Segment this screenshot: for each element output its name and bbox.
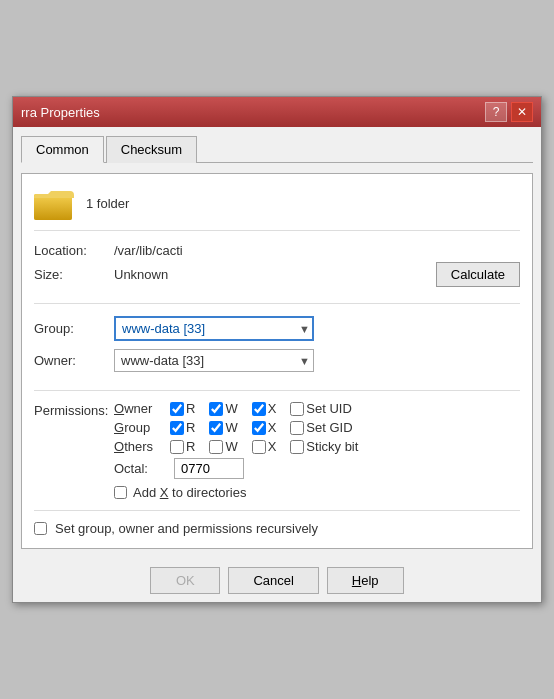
permissions-container: Permissions: Owner R W [34, 401, 520, 500]
tab-checksum[interactable]: Checksum [106, 136, 197, 163]
octal-row: Octal: [114, 458, 520, 479]
group-x-checkbox[interactable] [252, 421, 266, 435]
others-w-label: W [225, 439, 237, 454]
owner-select[interactable]: www-data [33] [114, 349, 314, 372]
properties-window: rra Properties ? ✕ Common Checksum [12, 96, 542, 603]
set-gid-label: Set GID [306, 420, 352, 435]
set-gid-checkbox[interactable] [290, 421, 304, 435]
title-bar-left: rra Properties [21, 105, 100, 120]
window-title: rra Properties [21, 105, 100, 120]
set-uid-checkbox[interactable] [290, 402, 304, 416]
others-x-label: X [268, 439, 277, 454]
others-r-label: R [186, 439, 195, 454]
group-select-wrapper: www-data [33] ▼ [114, 316, 314, 341]
group-r-label: R [186, 420, 195, 435]
set-uid-group: Set UID [290, 401, 358, 416]
owner-w-label: W [225, 401, 237, 416]
owner-r-group: R [170, 401, 201, 416]
group-w-group: W [209, 420, 243, 435]
group-x-group: X [252, 420, 283, 435]
group-label: Group: [34, 321, 114, 336]
set-gid-group: Set GID [290, 420, 358, 435]
addx-row: Add X to directories [114, 485, 520, 500]
group-w-checkbox[interactable] [209, 421, 223, 435]
owner-select-wrapper: www-data [33] ▼ [114, 349, 314, 372]
sticky-bit-checkbox[interactable] [290, 440, 304, 454]
title-bar: rra Properties ? ✕ [13, 97, 541, 127]
others-perm-row: Others R W X [114, 439, 520, 454]
ok-button[interactable]: OK [150, 567, 220, 594]
close-button[interactable]: ✕ [511, 102, 533, 122]
size-label: Size: [34, 267, 114, 282]
sticky-bit-group: Sticky bit [290, 439, 364, 454]
others-x-checkbox[interactable] [252, 440, 266, 454]
info-section: Location: /var/lib/cacti Size: Unknown C… [34, 243, 520, 304]
location-value: /var/lib/cacti [114, 243, 520, 258]
recursive-checkbox[interactable] [34, 522, 47, 535]
owner-row: Owner: www-data [33] ▼ [34, 349, 520, 372]
addx-label: Add X to directories [133, 485, 246, 500]
cancel-button[interactable]: Cancel [228, 567, 318, 594]
tab-common[interactable]: Common [21, 136, 104, 163]
owner-x-checkbox[interactable] [252, 402, 266, 416]
location-row: Location: /var/lib/cacti [34, 243, 520, 258]
common-panel: 1 folder Location: /var/lib/cacti Size: … [21, 173, 533, 549]
group-select[interactable]: www-data [33] [114, 316, 314, 341]
group-w-label: W [225, 420, 237, 435]
owner-w-group: W [209, 401, 243, 416]
group-row: Group: www-data [33] ▼ [34, 316, 520, 341]
others-r-group: R [170, 439, 201, 454]
size-row: Size: Unknown Calculate [34, 262, 520, 287]
size-value: Unknown [114, 267, 436, 282]
button-bar: OK Cancel Help [13, 557, 541, 602]
group-perm-name: Group [114, 420, 166, 435]
owner-perm-row: Owner R W X [114, 401, 520, 416]
group-perm-row: Group R W X [114, 420, 520, 435]
group-r-group: R [170, 420, 201, 435]
form-section: Group: www-data [33] ▼ Owner: www-data [… [34, 316, 520, 391]
perm-rows: Owner R W X [114, 401, 520, 500]
others-w-group: W [209, 439, 243, 454]
owner-w-checkbox[interactable] [209, 402, 223, 416]
owner-label: Owner: [34, 353, 114, 368]
folder-count: 1 folder [86, 196, 129, 211]
owner-x-group: X [252, 401, 283, 416]
help-icon-button[interactable]: ? [485, 102, 507, 122]
help-button[interactable]: Help [327, 567, 404, 594]
title-bar-buttons: ? ✕ [485, 102, 533, 122]
group-x-label: X [268, 420, 277, 435]
others-x-group: X [252, 439, 283, 454]
recursive-section: Set group, owner and permissions recursi… [34, 510, 520, 536]
others-w-checkbox[interactable] [209, 440, 223, 454]
owner-r-checkbox[interactable] [170, 402, 184, 416]
folder-info-row: 1 folder [34, 186, 520, 231]
sticky-bit-label: Sticky bit [306, 439, 358, 454]
others-r-checkbox[interactable] [170, 440, 184, 454]
addx-checkbox[interactable] [114, 486, 127, 499]
folder-icon [34, 186, 74, 220]
set-uid-label: Set UID [306, 401, 352, 416]
calculate-button[interactable]: Calculate [436, 262, 520, 287]
owner-r-label: R [186, 401, 195, 416]
content-area: Common Checksum [13, 127, 541, 557]
tab-bar: Common Checksum [21, 135, 533, 163]
octal-input[interactable] [174, 458, 244, 479]
location-label: Location: [34, 243, 114, 258]
group-r-checkbox[interactable] [170, 421, 184, 435]
recursive-label: Set group, owner and permissions recursi… [55, 521, 318, 536]
permissions-label: Permissions: [34, 401, 114, 418]
owner-perm-name: Owner [114, 401, 166, 416]
owner-x-label: X [268, 401, 277, 416]
others-perm-name: Others [114, 439, 166, 454]
permissions-section: Permissions: Owner R W [34, 401, 520, 500]
octal-label: Octal: [114, 461, 166, 476]
